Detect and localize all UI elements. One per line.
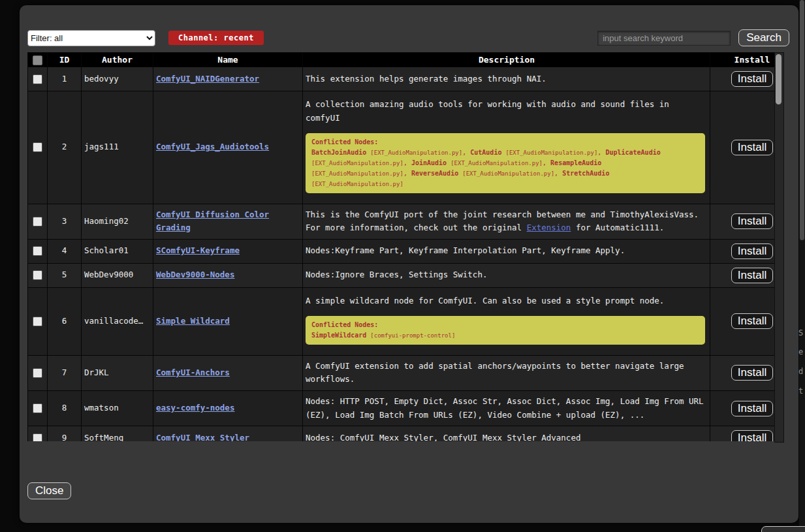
name-cell: WebDev9000-Nodes [153, 263, 303, 287]
table-scrollbar[interactable] [774, 52, 784, 443]
row-checkbox[interactable] [33, 270, 42, 280]
conflict-node-list: SimpleWildcard [comfyui-prompt-control] [311, 332, 455, 339]
table-row: 4Scholar01SComfyUI-KeyframeNodes:Keyfram… [28, 239, 775, 263]
conflict-node-name: CutAudio [470, 149, 501, 156]
node-name-link[interactable]: ComfyUI Diffusion Color Grading [156, 210, 269, 233]
close-button[interactable]: Close [27, 482, 71, 499]
conflict-node-source: [EXT_AudioManipulation.py] [311, 160, 403, 166]
conflict-node-name: BatchJoinAudio [311, 149, 366, 156]
table-header-row: ID Author Name Description Install [28, 53, 775, 67]
node-name-link[interactable]: ComfyUI-Anchors [156, 368, 230, 377]
row-author: bedovyy [82, 67, 153, 91]
row-description: This extension helps generate images thr… [306, 74, 546, 84]
install-button[interactable]: Install [731, 365, 773, 381]
name-cell: ComfyUI_Mexx_Styler [153, 426, 303, 441]
nodes-table-body: 1bedovyyComfyUI_NAIDGeneratorThis extens… [28, 67, 775, 442]
row-checkbox[interactable] [33, 142, 42, 152]
node-name-link[interactable]: WebDev9000-Nodes [156, 270, 234, 279]
install-button[interactable]: Install [731, 313, 773, 329]
table-row: 6vanillacode…Simple WildcardA simple wil… [28, 287, 775, 355]
row-checkbox[interactable] [33, 217, 42, 227]
checkbox-cell [28, 204, 48, 239]
node-name-link[interactable]: easy-comfy-nodes [156, 403, 234, 413]
description-cell: This is the ComfyUI port of the joint re… [303, 204, 710, 239]
background-partial-button[interactable] [761, 526, 805, 532]
name-cell: ComfyUI_Jags_Audiotools [153, 91, 303, 204]
row-author: WebDev9000 [82, 263, 153, 287]
page-scrollbar-thumb[interactable] [800, 0, 804, 240]
page-scrollbar[interactable] [799, 0, 805, 532]
node-name-link[interactable]: Simple Wildcard [156, 316, 230, 326]
description-cell: Nodes:Ignore Braces, Settings Switch. [303, 263, 710, 287]
row-author: Scholar01 [82, 239, 153, 263]
conflict-node-source: [EXT_AudioManipulation.py] [462, 170, 554, 177]
toolbar: Filter: all Channel: recent Search [27, 29, 789, 47]
install-button[interactable]: Install [731, 430, 773, 441]
description-link[interactable]: Extension [527, 223, 571, 232]
select-all-checkbox[interactable] [33, 55, 42, 65]
description-cell: A simple wildcard node for ComfyUI. Can … [303, 287, 710, 355]
conflict-label: Conflicted Nodes: [311, 320, 699, 330]
filter-select[interactable]: Filter: all [27, 30, 155, 46]
install-cell: Install [710, 204, 775, 239]
row-id: 2 [48, 91, 82, 204]
row-author: DrJKL [82, 355, 153, 390]
description-cell: A ComfyUI extension to add spatial ancho… [303, 355, 710, 390]
checkbox-cell [28, 391, 48, 426]
row-id: 7 [48, 355, 82, 390]
custom-nodes-installer-dialog: Filter: all Channel: recent Search ID Au… [20, 5, 798, 523]
node-name-link[interactable]: ComfyUI_NAIDGenerator [156, 74, 259, 84]
conflict-box: Conflicted Nodes:SimpleWildcard [comfyui… [306, 316, 705, 344]
background-text-fragment: e [798, 347, 803, 356]
row-author: jags111 [82, 91, 153, 204]
row-description: A collection amazing audio tools for wor… [306, 99, 669, 123]
row-checkbox[interactable] [33, 317, 42, 326]
install-cell: Install [710, 355, 775, 390]
row-author: Haoming02 [82, 204, 153, 239]
row-description: A simple wildcard node for ComfyUI. Can … [306, 296, 664, 305]
checkbox-cell [28, 263, 48, 287]
background-text-fragment: S [798, 328, 803, 337]
conflict-label: Conflicted Nodes: [311, 137, 699, 148]
search-button[interactable]: Search [738, 29, 789, 46]
row-checkbox[interactable] [33, 403, 42, 413]
row-description: This is the ComfyUI port of the joint re… [306, 210, 699, 233]
table-row: 7DrJKLComfyUI-AnchorsA ComfyUI extension… [28, 355, 775, 390]
install-cell: Install [710, 239, 775, 263]
row-checkbox[interactable] [33, 246, 42, 256]
description-cell: Nodes:Keyframe Part, Keyframe Interpolat… [303, 239, 710, 263]
description-cell: Nodes: HTTP POST, Empty Dict, Assoc Str,… [303, 391, 710, 426]
install-button[interactable]: Install [731, 268, 773, 283]
conflict-node-name: ResampleAudio [550, 159, 601, 166]
row-checkbox[interactable] [33, 74, 42, 84]
checkbox-cell [28, 355, 48, 390]
row-checkbox[interactable] [33, 433, 42, 441]
install-cell: Install [710, 287, 775, 355]
table-row: 9SoftMengComfyUI_Mexx_StylerNodes: Comfy… [28, 426, 775, 441]
row-author: SoftMeng [82, 426, 153, 441]
install-cell: Install [710, 426, 775, 441]
install-cell: Install [710, 91, 775, 204]
search-input[interactable] [597, 31, 731, 46]
row-author: wmatson [82, 391, 153, 426]
node-name-link[interactable]: ComfyUI_Jags_Audiotools [156, 142, 269, 151]
conflict-node-name: SimpleWildcard [311, 332, 366, 339]
description-cell: This extension helps generate images thr… [303, 67, 710, 91]
install-button[interactable]: Install [731, 401, 773, 416]
install-button[interactable]: Install [731, 71, 773, 87]
node-name-link[interactable]: ComfyUI_Mexx_Styler [156, 433, 249, 441]
node-name-link[interactable]: SComfyUI-Keyframe [156, 245, 240, 255]
table-scrollbar-thumb[interactable] [776, 54, 781, 104]
row-id: 4 [48, 239, 82, 263]
install-button[interactable]: Install [731, 140, 773, 155]
install-button[interactable]: Install [731, 213, 773, 229]
install-button[interactable]: Install [731, 243, 773, 259]
row-description: Nodes: ComfyUI Mexx Styler, ComfyUI Mexx… [306, 433, 580, 441]
column-header-author: Author [82, 53, 153, 67]
row-id: 5 [48, 263, 82, 287]
row-description: A ComfyUI extension to add spatial ancho… [306, 361, 684, 384]
name-cell: Simple Wildcard [153, 287, 303, 355]
conflict-node-source: [EXT_AudioManipulation.py] [311, 170, 403, 177]
row-checkbox[interactable] [33, 368, 42, 378]
install-cell: Install [710, 391, 775, 426]
